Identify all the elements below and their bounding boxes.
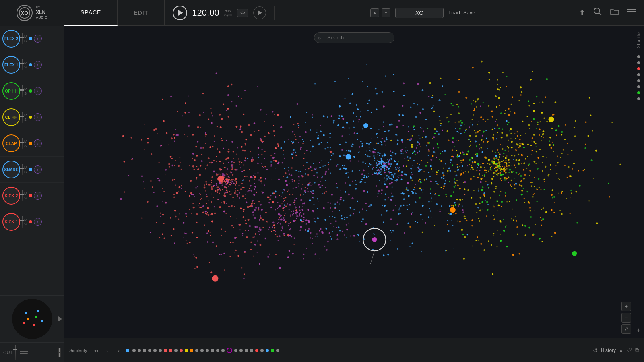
fader-clap[interactable] (22, 138, 23, 149)
nav-dot-10[interactable] (185, 349, 188, 352)
nav-dot-16[interactable] (216, 349, 219, 352)
pad-flex1[interactable]: FLEX 1 (2, 56, 20, 74)
nav-dot-20[interactable] (239, 349, 243, 352)
nav-dot-17[interactable] (221, 349, 225, 352)
space-view[interactable]: ⌕ Shortlist + + − ⤢ (64, 26, 644, 338)
out-fader[interactable] (15, 345, 16, 360)
right-panel-plus[interactable]: + (637, 327, 640, 334)
cycle-icon[interactable]: ↺ (593, 347, 598, 354)
dot-flex1 (29, 63, 32, 66)
tab-space[interactable]: SPACE (64, 0, 118, 26)
svg-text:XO: XO (21, 10, 29, 16)
folder-icon[interactable] (610, 8, 619, 17)
nav-dot-15[interactable] (211, 349, 214, 352)
zoom-in-button[interactable]: + (621, 302, 631, 311)
arrow-flex2[interactable]: ‹ (34, 35, 42, 43)
heart-icon[interactable]: ♡ (626, 346, 632, 354)
zoom-fit-button[interactable]: ⤢ (621, 324, 631, 334)
nav-dot-start[interactable] (126, 349, 129, 352)
nav-dot-21[interactable] (245, 349, 248, 352)
nav-dot-3[interactable] (148, 349, 151, 352)
preset-next-button[interactable]: ▼ (382, 8, 390, 17)
load-button[interactable]: Load (448, 10, 460, 16)
search-icon[interactable] (593, 7, 602, 18)
nav-dot-5[interactable] (159, 349, 162, 352)
pad-ophh[interactable]: OP HH (2, 82, 20, 100)
history-up-icon[interactable]: ▲ (619, 348, 623, 352)
pad-kick1[interactable]: KICK 1 (2, 213, 20, 231)
arrow-snare[interactable]: ‹ (34, 165, 42, 174)
right-dot-6[interactable] (637, 85, 640, 88)
nav-dot-13[interactable] (200, 349, 204, 352)
nav-dot-18[interactable] (227, 348, 232, 353)
nav-dot-7[interactable] (169, 349, 172, 352)
fader-flex1[interactable] (22, 59, 23, 70)
play-button[interactable] (173, 6, 187, 20)
right-dot-5[interactable] (637, 79, 640, 82)
pad-clhh[interactable]: CL HH (2, 108, 20, 126)
right-dot-3[interactable] (637, 67, 640, 70)
pad-snare[interactable]: SNARE (2, 161, 20, 178)
nav-skip-start[interactable]: ⏮ (92, 346, 100, 354)
logo-area[interactable]: XO BY XLN AUDIO (0, 0, 64, 26)
dot-cloud-canvas[interactable] (64, 26, 644, 338)
pad-flex2[interactable]: FLEX 2 (2, 30, 20, 48)
nav-dot-2[interactable] (143, 349, 146, 352)
fader-ophh[interactable] (22, 85, 23, 97)
pad-clap[interactable]: CLAP (2, 134, 20, 152)
pad-kick2[interactable]: KICK 2 (2, 187, 20, 205)
search-input[interactable] (314, 32, 394, 43)
nav-dot-8[interactable] (174, 349, 178, 352)
fader-kick2[interactable] (22, 190, 23, 201)
preset-prev-button[interactable]: ▲ (370, 8, 379, 17)
fader-clhh[interactable] (22, 112, 23, 123)
right-dot-1[interactable] (637, 55, 640, 58)
out-pause-icon[interactable] (58, 348, 61, 357)
arrow-kick2[interactable]: ‹ (34, 192, 42, 200)
arrow-clhh[interactable]: ‹ (34, 113, 42, 121)
nav-dot-26[interactable] (271, 349, 274, 352)
nav-dot-4[interactable] (153, 349, 157, 352)
arrow-ophh[interactable]: ‹ (34, 87, 42, 95)
right-dot-7[interactable] (637, 91, 640, 94)
nav-dot-6[interactable] (164, 349, 167, 352)
channel-clhh: CL HH M S ‹ (0, 104, 64, 130)
nav-dot-14[interactable] (206, 349, 209, 352)
nav-dot-9[interactable] (180, 349, 183, 352)
nav-dot-25[interactable] (266, 349, 269, 352)
tab-edit[interactable]: EDIT (118, 0, 165, 26)
mini-seq-canvas[interactable] (12, 299, 52, 339)
fader-flex2[interactable] (22, 33, 23, 44)
share-icon[interactable]: ⬆ (579, 8, 585, 17)
nav-dot-19[interactable] (234, 349, 237, 352)
nav-dot-24[interactable] (260, 349, 264, 352)
host-play-button[interactable] (253, 6, 266, 19)
right-dot-2[interactable] (637, 61, 640, 64)
right-dot-4[interactable] (637, 73, 640, 76)
save-button[interactable]: Save (463, 10, 475, 16)
nav-dot-22[interactable] (250, 349, 253, 352)
copy-icon[interactable]: ⧉ (635, 347, 639, 354)
nav-dot-12[interactable] (195, 349, 198, 352)
bottom-controls: ↺ History ▲ ♡ ⧉ (593, 346, 639, 354)
ms-clap: M S (24, 139, 27, 148)
zoom-out-button[interactable]: − (621, 313, 631, 323)
arrow-clap[interactable]: ‹ (34, 139, 42, 147)
arrow-kick1[interactable]: ‹ (34, 218, 42, 226)
fader-kick1[interactable] (22, 216, 23, 228)
fader-snare[interactable] (22, 164, 23, 175)
nav-dot-1[interactable] (138, 349, 141, 352)
arrow-flex1[interactable]: ‹ (34, 61, 42, 69)
right-dot-8[interactable] (637, 97, 640, 100)
preset-name[interactable]: XO (395, 8, 444, 18)
nav-dot-11[interactable] (190, 349, 193, 352)
nav-prev[interactable]: ‹ (103, 346, 111, 354)
nav-dot-27[interactable] (276, 349, 279, 352)
nav-dot-23[interactable] (255, 349, 258, 352)
sync-button[interactable] (237, 9, 248, 17)
nav-dot-0[interactable] (132, 349, 136, 352)
nav-next[interactable]: › (115, 346, 123, 354)
right-icons: ⬆ (571, 7, 644, 18)
menu-icon[interactable] (627, 8, 636, 17)
ms-ophh: M S (24, 87, 27, 95)
